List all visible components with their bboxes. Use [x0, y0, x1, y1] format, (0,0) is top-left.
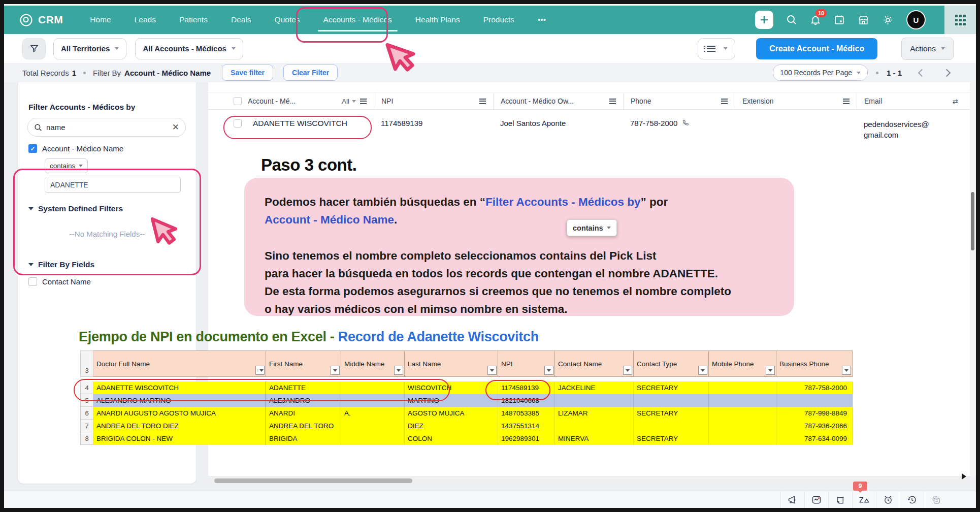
checked-checkbox[interactable]: ✓: [28, 144, 37, 153]
pink-para-line: De esta forma podemos asegurarnos si cre…: [265, 282, 774, 300]
total-records-label: Total Records: [22, 69, 69, 77]
pink-para-line: para hacer la búsqueda en todos los reco…: [265, 265, 774, 282]
filter-by-value: Account - Médico Name: [124, 69, 211, 77]
column-menu-icon[interactable]: [609, 99, 616, 104]
pink-box-line-1: Podemos hacer también búsquedas en “Filt…: [265, 193, 774, 211]
all-dropdown[interactable]: All: [342, 98, 356, 105]
territory-dropdown-label: All Territories: [61, 44, 110, 53]
excel-cell: COLON: [405, 432, 498, 445]
calendar-icon[interactable]: [834, 14, 845, 25]
prev-page-icon[interactable]: [918, 69, 926, 77]
excel-cell: AGOSTO MUJICA: [405, 407, 498, 420]
phone-call-icon[interactable]: [681, 119, 690, 127]
chevron-down-icon: [857, 72, 861, 74]
notifications-bell-icon[interactable]: 10: [810, 14, 821, 25]
column-header-npi[interactable]: NPI: [374, 93, 493, 109]
scroll-right-arrow-icon[interactable]: [962, 473, 966, 479]
column-header-extension[interactable]: Extension: [735, 93, 857, 109]
excel-cell: 787-998-8849: [776, 407, 853, 420]
zia-assistant-icon[interactable]: [852, 491, 876, 508]
excel-data-row: 7 ANDREA DEL TORO DIEZ ANDREA DEL TORO D…: [80, 420, 853, 432]
column-header-phone[interactable]: Phone: [623, 93, 735, 109]
view-type-dropdown[interactable]: [698, 38, 735, 59]
filter-toggle-button[interactable]: [22, 38, 46, 59]
announcements-megaphone-icon[interactable]: [780, 491, 804, 508]
excel-cell: SECRETARY: [634, 432, 709, 445]
history-icon[interactable]: [900, 491, 924, 508]
search-icon[interactable]: [786, 14, 797, 25]
page-range: 1 - 1: [887, 69, 902, 77]
excel-filter-button[interactable]: [487, 366, 497, 375]
user-avatar[interactable]: U: [906, 10, 926, 29]
column-menu-icon[interactable]: [721, 99, 728, 104]
contains-picklist-chip[interactable]: contains: [567, 219, 617, 236]
column-menu-icon[interactable]: [479, 99, 486, 104]
excel-data-row: 8 BRIGIDA COLON - NEW BRIGIDA COLON 1962…: [80, 432, 853, 445]
territory-dropdown[interactable]: All Territories: [53, 38, 126, 59]
clear-search-icon[interactable]: ✕: [172, 122, 179, 133]
quick-create-button[interactable]: [755, 11, 773, 29]
nav-item-patients[interactable]: Patients: [168, 6, 219, 34]
excel-filter-button[interactable]: [623, 366, 632, 375]
nav-item-deals[interactable]: Deals: [219, 6, 263, 34]
nav-item-health-plans[interactable]: Health Plans: [404, 6, 472, 34]
column-menu-icon[interactable]: [843, 99, 850, 104]
chevron-down-icon: [607, 227, 611, 229]
total-records-value: 1: [72, 69, 76, 77]
create-account-button[interactable]: Create Account - Médico: [756, 38, 877, 59]
excel-cell: JACKELINE: [555, 381, 634, 394]
excel-filter-button[interactable]: [766, 366, 775, 375]
settings-gear-icon[interactable]: [882, 14, 894, 26]
filter-search-input[interactable]: name ✕: [27, 118, 186, 137]
annotation-oval-excel-name: [74, 379, 450, 401]
nav-item-products[interactable]: Products: [472, 6, 526, 34]
records-per-page-dropdown[interactable]: 100 Records Per Page: [773, 65, 868, 81]
horizontal-scrollbar-thumb[interactable]: [214, 478, 412, 483]
actions-dropdown[interactable]: Actions: [901, 38, 954, 60]
column-settings-icon[interactable]: ⇄: [953, 98, 958, 105]
module-view-dropdown[interactable]: All Accounts - Médicos: [135, 38, 243, 59]
email-value[interactable]: pedendoservices@gmail.com: [864, 120, 929, 139]
excel-cell: SECRETARY: [634, 407, 709, 420]
excel-filter-button[interactable]: [842, 366, 851, 375]
field-filter-label: Account - Médico Name: [42, 144, 123, 153]
plus-icon: [760, 15, 769, 24]
waffle-menu-icon[interactable]: [955, 15, 966, 25]
nav-item-home[interactable]: Home: [78, 6, 122, 34]
nav-item-leads[interactable]: Leads: [123, 6, 168, 34]
excel-cell-npi: 1962989301: [498, 432, 555, 445]
next-page-icon[interactable]: [943, 69, 951, 77]
alarm-clock-icon[interactable]: [876, 491, 900, 508]
contact-name-filter-row[interactable]: Contact Name: [28, 277, 91, 286]
excel-filter-button[interactable]: [331, 366, 340, 375]
notes-icon[interactable]: [828, 491, 852, 508]
vertical-scrollbar-track[interactable]: [970, 82, 975, 476]
column-header-account-name[interactable]: Account - Mé... All: [208, 93, 374, 109]
excel-col-first-name: First Name: [266, 350, 341, 377]
column-menu-icon[interactable]: [360, 99, 367, 104]
table-header-row: Account - Mé... All NPI Account - Médico…: [208, 92, 970, 110]
excel-col-npi: NPI: [498, 350, 555, 377]
activity-pulse-icon[interactable]: [804, 491, 828, 508]
excel-filter-button[interactable]: [698, 366, 707, 375]
select-all-checkbox[interactable]: [234, 97, 242, 105]
excel-filter-button[interactable]: ↑: [255, 366, 265, 375]
marketplace-icon[interactable]: [858, 14, 869, 26]
unchecked-checkbox[interactable]: [28, 277, 37, 286]
save-filter-button[interactable]: Save filter: [222, 65, 273, 81]
pink-box-line-2: Account - Médico Name.: [265, 211, 774, 229]
column-header-email[interactable]: Email ⇄: [857, 93, 970, 109]
excel-filter-button[interactable]: [394, 366, 403, 375]
annotation-oval-record-name: [223, 116, 372, 139]
column-header-owner[interactable]: Account - Médico Ow...: [493, 93, 623, 109]
excel-cell: A.: [341, 407, 405, 420]
field-filter-row[interactable]: ✓ Account - Médico Name: [28, 144, 123, 153]
cell-email: pedendoservices@gmail.com: [857, 110, 937, 145]
avatar-initial: U: [913, 16, 919, 24]
vertical-scrollbar-thumb[interactable]: [971, 192, 974, 250]
pink-para-line: Sino tenemos el nombre completo seleccio…: [265, 247, 774, 265]
clear-filter-button[interactable]: Clear Filter: [283, 65, 338, 81]
copy-sheets-icon[interactable]: [924, 491, 948, 508]
excel-filter-button[interactable]: [544, 366, 553, 375]
nav-item-more[interactable]: •••: [526, 6, 558, 34]
